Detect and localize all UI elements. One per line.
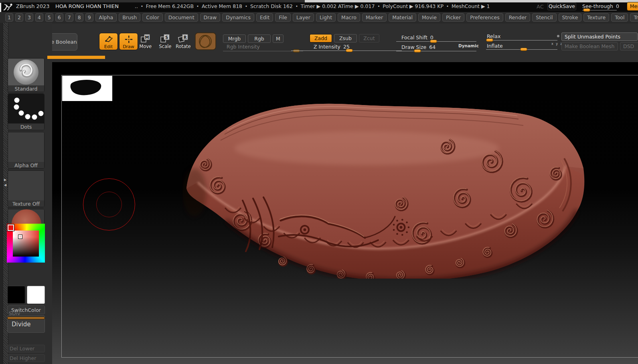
inflate-slider-handle[interactable] — [520, 48, 527, 51]
menu-3[interactable]: 3 — [25, 13, 33, 22]
dynamic-mode-toggle[interactable]: Dynamic — [458, 43, 479, 48]
draw-size-slider-handle[interactable] — [414, 49, 421, 53]
menu-render[interactable]: Render — [505, 13, 531, 22]
menu-edit[interactable]: Edit — [256, 13, 273, 22]
dsdiv-button[interactable]: DSD — [620, 42, 638, 51]
menu-7[interactable]: 7 — [65, 13, 73, 22]
current-color-swatch[interactable] — [8, 224, 14, 231]
document-preview-thumbnail — [62, 76, 112, 101]
z-intensity-slider-label: Z Intensity 25 — [314, 44, 350, 50]
menu-alpha[interactable]: Alpha — [95, 13, 117, 22]
menu-6[interactable]: 6 — [55, 13, 63, 22]
menu-document[interactable]: Document — [165, 13, 198, 22]
m-button[interactable]: M — [273, 34, 284, 43]
texture-picker[interactable]: Texture Off — [8, 170, 45, 207]
inflate-slider-label: Inflate — [487, 43, 503, 49]
menu-1[interactable]: 1 — [5, 13, 13, 22]
del-higher-button[interactable]: Del Higher — [7, 354, 45, 362]
tray-collapse-icon[interactable]: ◀ — [4, 184, 6, 187]
edit-button[interactable]: Edit — [99, 33, 118, 50]
menu-material[interactable]: Material — [389, 13, 416, 22]
menu-macro[interactable]: Macro — [338, 13, 360, 22]
rotate-button[interactable]: R Rotate — [177, 34, 190, 51]
status-item: Free Mem 6.242GB — [146, 3, 194, 9]
rgb-intensity-slider-handle[interactable] — [293, 49, 300, 53]
draw-button[interactable]: Draw — [119, 33, 138, 50]
zsub-button[interactable]: Zsub — [334, 34, 357, 42]
menu-2[interactable]: 2 — [15, 13, 23, 22]
status-item: Scratch Disk 162 — [250, 3, 293, 9]
secondary-color-swatch[interactable] — [27, 286, 45, 304]
focal-shift-slider-handle[interactable] — [430, 40, 437, 43]
menu-stroke[interactable]: Stroke — [559, 13, 582, 22]
window-corner-sliver — [0, 3, 1, 12]
sdiv-slider[interactable] — [7, 317, 45, 320]
current-material-preview[interactable] — [195, 32, 216, 50]
inflate-slider[interactable] — [486, 49, 557, 50]
menu-5[interactable]: 5 — [45, 13, 53, 22]
draw-size-slider[interactable] — [396, 51, 476, 51]
status-item: Active Mem 818 — [202, 3, 242, 9]
zadd-button[interactable]: Zadd — [310, 34, 332, 42]
shelf-accent-bar — [47, 56, 105, 59]
scale-button[interactable]: S Scale — [159, 34, 172, 51]
alpha-picker[interactable]: Alpha Off — [8, 132, 45, 169]
menu-transform[interactable]: Transform — [630, 13, 638, 22]
move-badge: M — [145, 35, 149, 40]
menu-stencil[interactable]: Stencil — [532, 13, 556, 22]
menu-preferences[interactable]: Preferences — [466, 13, 503, 22]
brush-thumbnail — [8, 59, 44, 85]
menu-dynamics[interactable]: Dynamics — [222, 13, 254, 22]
menu-4[interactable]: 4 — [35, 13, 43, 22]
menu-picker[interactable]: Picker — [442, 13, 464, 22]
rgb-button[interactable]: Rgb — [248, 34, 271, 43]
quicksave-button[interactable]: QuickSave — [547, 2, 576, 10]
brush-swirl-icon — [14, 60, 38, 85]
dots-stroke-icon — [8, 94, 45, 123]
menu-marker[interactable]: Marker — [362, 13, 387, 22]
menu-layer[interactable]: Layer — [293, 13, 314, 22]
stroke-picker[interactable]: Dots — [8, 93, 45, 130]
mrgb-button[interactable]: Mrgb — [223, 34, 246, 43]
title-bar: ZBrush 2023 HOA RONG HOAN THIEN ..• Free… — [0, 0, 638, 12]
menu-tool[interactable]: Tool — [611, 13, 628, 22]
sv-cursor — [18, 235, 22, 239]
menu-brush[interactable]: Brush — [119, 13, 140, 22]
z-intensity-slider-handle[interactable] — [346, 49, 353, 52]
split-unmasked-points-button[interactable]: Split Unmasked Points — [561, 32, 638, 41]
focal-shift-slider[interactable] — [396, 41, 476, 42]
main-color-swatch[interactable] — [7, 286, 25, 304]
z-intensity-slider[interactable] — [291, 51, 402, 51]
menu-9[interactable]: 9 — [85, 13, 93, 22]
status-item: .. — [135, 3, 138, 9]
focal-shift-slider-label: Focal Shift 0 — [401, 34, 433, 40]
color-picker-hue-ring[interactable] — [7, 224, 45, 263]
rgb-intensity-slider[interactable] — [223, 51, 303, 51]
brush-picker[interactable]: Standard — [8, 58, 45, 92]
zcut-button[interactable]: Zcut — [359, 34, 379, 42]
make-boolean-mesh-button[interactable]: Make Boolean Mesh — [561, 42, 618, 51]
color-picker-sv-square[interactable] — [13, 231, 39, 257]
relax-slider[interactable] — [486, 40, 557, 40]
rotate-badge: R — [184, 35, 187, 40]
window-top-edge-light — [305, 0, 638, 2]
menu-8[interactable]: 8 — [75, 13, 83, 22]
menu-draw[interactable]: Draw — [200, 13, 221, 22]
menu-texture[interactable]: Texture — [583, 13, 609, 22]
texture-label: Texture Off — [8, 200, 44, 207]
menus-button[interactable]: Men — [627, 2, 638, 11]
draw-crosshair-icon — [124, 35, 134, 44]
menu-bar: 1 2 3 4 5 6 7 8 9 Alpha Brush Color Docu… — [0, 12, 638, 23]
relax-slider-handle[interactable] — [486, 38, 493, 42]
menu-light[interactable]: Light — [316, 13, 336, 22]
del-lower-button[interactable]: Del Lower — [7, 345, 45, 352]
left-tray: ▶ ◀ Standard D — [0, 23, 52, 364]
sculpt-canvas[interactable] — [52, 62, 638, 364]
menu-movie[interactable]: Movie — [418, 13, 440, 22]
see-through-slider[interactable] — [582, 10, 617, 10]
menu-color[interactable]: Color — [142, 13, 163, 22]
menu-file[interactable]: File — [275, 13, 291, 22]
see-through-slider-handle[interactable] — [583, 8, 590, 12]
tray-expand-icon[interactable]: ▶ — [4, 178, 6, 182]
move-button[interactable]: M Move — [139, 34, 152, 51]
